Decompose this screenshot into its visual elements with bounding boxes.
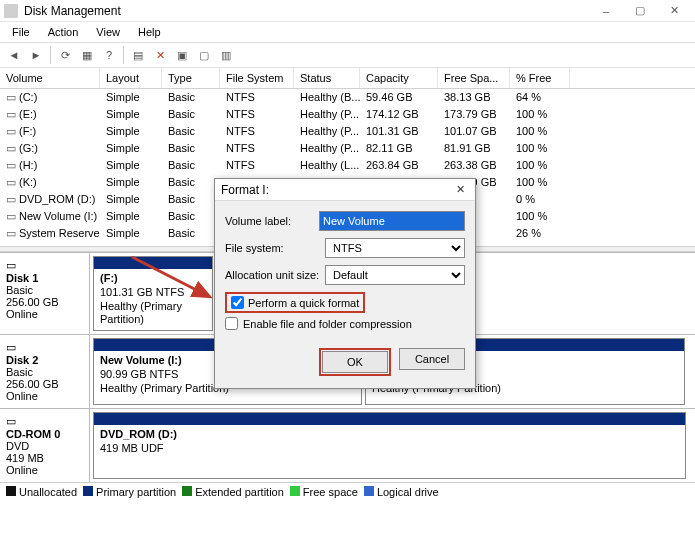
volume-row[interactable]: ▭(F:)SimpleBasicNTFSHealthy (P...101.31 … [0, 123, 695, 140]
col-pct[interactable]: % Free [510, 68, 570, 88]
compression-label: Enable file and folder compression [243, 318, 412, 330]
legend-free: Free space [290, 486, 358, 498]
col-free[interactable]: Free Spa... [438, 68, 510, 88]
allocation-size-select[interactable]: Default [325, 265, 465, 285]
legend-extended: Extended partition [182, 486, 284, 498]
legend-primary: Primary partition [83, 486, 176, 498]
maximize-button[interactable]: ▢ [623, 0, 657, 22]
refresh-icon[interactable]: ⟳ [55, 45, 75, 65]
back-icon[interactable]: ◄ [4, 45, 24, 65]
drive-icon: ▭ [6, 210, 16, 223]
drive-icon: ▭ [6, 159, 16, 172]
drive-icon: ▭ [6, 227, 16, 240]
volume-label-input[interactable] [319, 211, 465, 231]
action2-icon[interactable]: ▢ [194, 45, 214, 65]
drive-icon: ▭ [6, 125, 16, 138]
list-icon[interactable]: ▤ [128, 45, 148, 65]
action3-icon[interactable]: ▥ [216, 45, 236, 65]
disk-icon: ▭ [6, 415, 83, 428]
drive-icon: ▭ [6, 91, 16, 104]
dialog-close-icon[interactable]: ✕ [451, 183, 469, 196]
col-volume[interactable]: Volume [0, 68, 100, 88]
col-type[interactable]: Type [162, 68, 220, 88]
partition[interactable]: DVD_ROM (D:)419 MB UDF [93, 412, 686, 479]
ok-button[interactable]: OK [322, 351, 388, 373]
volume-row[interactable]: ▭(H:)SimpleBasicNTFSHealthy (L...263.84 … [0, 157, 695, 174]
drive-icon: ▭ [6, 193, 16, 206]
partition-bar [94, 413, 685, 425]
disk-icon: ▭ [6, 341, 83, 354]
toolbar-separator [50, 46, 51, 64]
legend-unallocated: Unallocated [6, 486, 77, 498]
quick-format-checkbox[interactable] [231, 296, 244, 309]
toolbar-separator [123, 46, 124, 64]
action-icon[interactable]: ▣ [172, 45, 192, 65]
help-icon[interactable]: ? [99, 45, 119, 65]
drive-icon: ▭ [6, 108, 16, 121]
menu-file[interactable]: File [4, 24, 38, 40]
disk-header[interactable]: ▭CD-ROM 0DVD419 MBOnline [0, 409, 90, 482]
menu-view[interactable]: View [88, 24, 128, 40]
file-system-label: File system: [225, 242, 325, 254]
volume-list-header: Volume Layout Type File System Status Ca… [0, 68, 695, 89]
dialog-title: Format I: [221, 183, 451, 197]
compression-checkbox[interactable] [225, 317, 238, 330]
col-capacity[interactable]: Capacity [360, 68, 438, 88]
menu-help[interactable]: Help [130, 24, 169, 40]
col-layout[interactable]: Layout [100, 68, 162, 88]
allocation-size-label: Allocation unit size: [225, 269, 325, 281]
format-dialog: Format I: ✕ Volume label: File system: N… [214, 178, 476, 389]
partition-bar [94, 257, 212, 269]
menu-action[interactable]: Action [40, 24, 87, 40]
title-bar: Disk Management – ▢ ✕ [0, 0, 695, 22]
cancel-button[interactable]: Cancel [399, 348, 465, 370]
col-fs[interactable]: File System [220, 68, 294, 88]
file-system-select[interactable]: NTFS [325, 238, 465, 258]
close-button[interactable]: ✕ [657, 0, 691, 22]
app-icon [4, 4, 18, 18]
disk-header[interactable]: ▭Disk 2Basic256.00 GBOnline [0, 335, 90, 408]
legend-logical: Logical drive [364, 486, 439, 498]
minimize-button[interactable]: – [589, 0, 623, 22]
menu-bar: File Action View Help [0, 22, 695, 42]
disk-icon: ▭ [6, 259, 83, 272]
toolbar: ◄ ► ⟳ ▦ ? ▤ ✕ ▣ ▢ ▥ [0, 42, 695, 68]
drive-icon: ▭ [6, 142, 16, 155]
forward-icon[interactable]: ► [26, 45, 46, 65]
dialog-title-bar[interactable]: Format I: ✕ [215, 179, 475, 201]
volume-label-label: Volume label: [225, 215, 319, 227]
volume-row[interactable]: ▭(G:)SimpleBasicNTFSHealthy (P...82.11 G… [0, 140, 695, 157]
legend: Unallocated Primary partition Extended p… [0, 482, 695, 501]
delete-icon[interactable]: ✕ [150, 45, 170, 65]
drive-icon: ▭ [6, 176, 16, 189]
volume-row[interactable]: ▭(C:)SimpleBasicNTFSHealthy (B...59.46 G… [0, 89, 695, 106]
partition[interactable]: (F:)101.31 GB NTFSHealthy (Primary Parti… [93, 256, 213, 331]
disk-row: ▭CD-ROM 0DVD419 MBOnlineDVD_ROM (D:)419 … [0, 408, 695, 482]
properties-icon[interactable]: ▦ [77, 45, 97, 65]
volume-row[interactable]: ▭(E:)SimpleBasicNTFSHealthy (P...174.12 … [0, 106, 695, 123]
quick-format-label: Perform a quick format [248, 297, 359, 309]
disk-header[interactable]: ▭Disk 1Basic256.00 GBOnline [0, 253, 90, 334]
col-status[interactable]: Status [294, 68, 360, 88]
window-title: Disk Management [24, 4, 589, 18]
